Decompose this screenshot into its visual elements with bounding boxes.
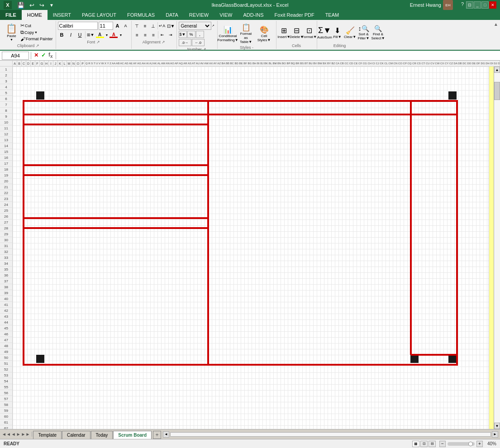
autosum-btn[interactable]: Σ▼AutoSum [319,24,331,41]
percent-btn[interactable]: % [187,31,195,38]
align-middle-btn[interactable]: ≡ [141,22,149,30]
increase-font-btn[interactable]: A [114,22,121,29]
format-btn[interactable]: ⊡Format▼ [304,25,315,40]
conditional-formatting-btn[interactable]: 📊 Conditional Formatting▼ [219,24,237,43]
tab-home[interactable]: HOME [22,10,48,20]
tab-data[interactable]: DATA [160,10,184,20]
add-sheet-btn[interactable]: + [153,431,161,439]
scroll-down-btn[interactable]: ▼ [494,423,500,429]
wrap-text-btn[interactable]: ↵A [158,22,166,30]
underline-btn[interactable]: U [76,31,84,39]
h-scroll-right-btn[interactable]: ► [492,431,498,438]
increase-indent-btn[interactable]: ⇥ [167,31,175,39]
tab-review[interactable]: REVIEW [184,10,214,20]
page-layout-view-btn[interactable]: ⊡ [420,441,428,447]
zoom-out-btn[interactable]: − [439,441,446,447]
currency-btn[interactable]: $▼ [179,31,187,38]
h-scroll-left-btn[interactable]: ◄ [163,431,169,438]
undo-quickaccess[interactable]: ↩ [28,1,36,10]
font-name-input[interactable] [58,22,98,30]
scrollbar-track[interactable] [494,73,500,423]
row-header-20: 20 [0,178,12,184]
formula-cancel-btn[interactable]: ✕ [33,52,39,59]
filename-label: IkeaGlassBoardLayout.xlsx - Excel [212,2,289,8]
tab-scroll-right-btn[interactable]: ►► [21,432,30,437]
zoom-slider[interactable] [448,442,475,446]
vertical-scrollbar[interactable]: ▲ ▼ [494,67,500,429]
tab-insert[interactable]: INSERT [48,10,76,20]
cut-button[interactable]: ✂Cut [20,23,53,29]
maximize-btn[interactable]: □ [481,1,489,9]
tab-team[interactable]: TEAM [320,10,345,20]
grid-area[interactable] [13,67,494,429]
increase-decimal-btn[interactable]: .0→ [179,39,191,46]
align-right-btn[interactable]: ≡ [150,31,157,39]
tab-today[interactable]: Today [91,431,113,439]
normal-view-btn[interactable]: ▦ [412,441,419,447]
help-btn[interactable]: ? [459,1,466,9]
scroll-up-btn[interactable]: ▲ [494,67,500,73]
align-center-btn[interactable]: ≡ [142,31,149,39]
delete-btn[interactable]: ⊟Delete▼ [291,25,303,40]
restore-btn[interactable]: ⊡ [466,1,473,9]
italic-btn[interactable]: I [67,31,75,39]
row-header-57: 57 [0,396,12,402]
row-header-3: 3 [0,78,12,84]
row-header-2: 2 [0,72,12,78]
cell-styles-btn[interactable]: 🎨 Cell Styles▼ [256,24,273,43]
tab-addins[interactable]: ADD-INS [238,10,269,20]
tab-formulas[interactable]: FORMULAS [122,10,160,20]
close-btn[interactable]: ✕ [489,1,496,9]
merge-btn[interactable]: ⊡▼ [167,22,175,30]
zoom-in-btn[interactable]: + [476,441,483,447]
align-bottom-btn[interactable]: ⊥ [149,22,157,30]
scrollbar-thumb[interactable] [494,82,500,100]
collapse-ribbon-btn[interactable]: ▲ [494,22,498,27]
find-select-btn[interactable]: 🔍Find & Select▼ [371,24,385,42]
insert-btn[interactable]: ⊞Insert▼ [278,25,290,40]
comma-btn[interactable]: , [196,31,204,38]
alignment-label: Alignment ↗ [133,40,175,44]
paste-button[interactable]: 📋 Paste ▼ [4,22,19,43]
tab-template[interactable]: Template [33,431,62,439]
format-painter-button[interactable]: 🖌Format Painter [20,36,53,42]
tab-scrumboard[interactable]: Scrum Board [113,431,152,439]
formula-input[interactable] [58,53,498,58]
copy-button[interactable]: ⧉Copy▼ [20,29,53,35]
h-scrollbar-track[interactable] [170,432,491,437]
sort-filter-btn[interactable]: ↕🔍Sort & Filter▼ [357,24,371,42]
tab-calendar[interactable]: Calendar [62,431,90,439]
minimize-btn[interactable]: _ [474,1,481,9]
align-top-btn[interactable]: ⊤ [133,22,141,30]
cell-name-box[interactable] [2,52,29,60]
font-color-btn[interactable]: A [109,31,118,39]
font-size-input[interactable] [99,22,113,30]
tab-scroll-left-btn[interactable]: ◄◄ [2,432,11,437]
redo-quickaccess[interactable]: ↪ [38,1,46,10]
save-quickaccess[interactable]: 💾 [15,1,26,10]
tab-view[interactable]: VIEW [214,10,238,20]
quickaccess-more[interactable]: ▼ [48,1,56,10]
tab-foxit[interactable]: Foxit Reader PDF [269,10,320,20]
format-as-table-btn[interactable]: 📋 Format as Table▼ [238,22,255,45]
clear-btn[interactable]: 🧹Clear▼ [344,25,356,40]
fill-color-btn[interactable]: A [95,31,105,39]
fill-btn[interactable]: ⬇Fill▼ [332,25,343,40]
sheet-scrollable: 1234567891011121314151617181920212223242… [0,67,500,429]
tab-scroll-next-btn[interactable]: ► [16,432,21,437]
tab-pagelayout[interactable]: PAGE LAYOUT [76,10,122,20]
page-break-view-btn[interactable]: ⊟ [429,441,436,447]
align-left-btn[interactable]: ≡ [133,31,141,39]
decrease-font-btn[interactable]: A [122,22,129,29]
tab-scroll-prev-btn[interactable]: ◄ [11,432,16,437]
number-format-select[interactable]: General [179,22,211,30]
app-window: X 💾 ↩ ↪ ▼ IkeaGlassBoardLayout.xlsx - Ex… [0,0,500,448]
decrease-decimal-btn[interactable]: ←.0 [192,39,205,46]
formula-insert-btn[interactable]: fx [48,52,54,59]
formula-confirm-btn[interactable]: ✓ [40,52,47,59]
tab-file[interactable]: FILE [0,10,22,20]
border-btn[interactable]: ⊞▼ [86,31,95,39]
decrease-indent-btn[interactable]: ⇤ [159,31,167,39]
bold-btn[interactable]: B [58,31,66,39]
bottom-area: ◄◄ ◄ ► ►► Template Calendar Today Scrum … [0,429,500,439]
